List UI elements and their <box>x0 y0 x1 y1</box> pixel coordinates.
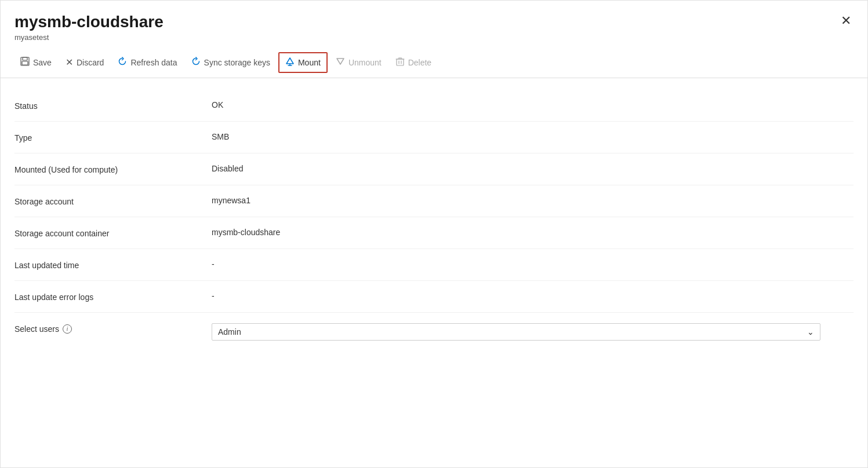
select-users-value: Admin <box>218 327 241 337</box>
field-label-type: Type <box>14 132 212 142</box>
page-title: mysmb-cloudshare <box>14 12 854 32</box>
field-value-mounted: Disabled <box>212 164 854 173</box>
field-row-mounted: Mounted (Used for compute) Disabled <box>14 153 854 185</box>
mount-button[interactable]: Mount <box>278 52 328 73</box>
mount-icon <box>285 57 295 68</box>
panel: mysmb-cloudshare myasetest ✕ Save ✕ Disc… <box>0 0 868 468</box>
field-value-type: SMB <box>212 132 854 141</box>
refresh-label: Refresh data <box>130 58 177 67</box>
save-button[interactable]: Save <box>14 53 57 72</box>
field-row-last-updated: Last updated time - <box>14 249 854 281</box>
field-label-error-logs: Last update error logs <box>14 291 212 302</box>
field-row-storage-account: Storage account mynewsa1 <box>14 185 854 217</box>
select-users-dropdown[interactable]: Admin ⌄ <box>212 323 820 341</box>
svg-rect-1 <box>23 57 27 60</box>
field-value-last-updated: - <box>212 259 854 269</box>
save-label: Save <box>33 58 52 67</box>
discard-button[interactable]: ✕ Discard <box>60 53 110 71</box>
toolbar: Save ✕ Discard Refresh data <box>1 47 867 78</box>
svg-marker-3 <box>286 58 293 64</box>
svg-rect-2 <box>22 61 28 65</box>
page-subtitle: myasetest <box>14 33 854 42</box>
field-label-select-users: Select users i <box>14 323 212 334</box>
field-label-status: Status <box>14 100 212 111</box>
field-row-type: Type SMB <box>14 122 854 153</box>
unmount-label: Unmount <box>348 58 382 67</box>
mount-label: Mount <box>298 58 321 67</box>
svg-rect-7 <box>397 59 404 65</box>
sync-label: Sync storage keys <box>204 58 270 67</box>
unmount-icon <box>336 57 345 68</box>
close-button[interactable]: ✕ <box>838 12 854 30</box>
svg-marker-6 <box>337 58 344 64</box>
field-label-container: Storage account container <box>14 228 212 238</box>
panel-header: mysmb-cloudshare myasetest ✕ <box>1 1 867 47</box>
field-row-select-users: Select users i Admin ⌄ <box>14 313 854 351</box>
field-label-last-updated: Last updated time <box>14 259 212 270</box>
field-value-storage-account: mynewsa1 <box>212 196 854 205</box>
field-value-status: OK <box>212 100 854 109</box>
field-value-container: mysmb-cloudshare <box>212 228 854 237</box>
delete-button[interactable]: Delete <box>390 53 437 72</box>
field-row-container: Storage account container mysmb-cloudsha… <box>14 217 854 249</box>
field-label-storage-account: Storage account <box>14 196 212 206</box>
delete-label: Delete <box>408 58 431 67</box>
discard-label: Discard <box>77 58 104 67</box>
delete-icon <box>395 57 405 68</box>
select-users-text: Select users <box>14 324 59 334</box>
sync-icon <box>191 57 201 68</box>
refresh-button[interactable]: Refresh data <box>112 53 183 72</box>
field-value-select-users: Admin ⌄ <box>212 323 854 341</box>
save-icon <box>20 57 30 68</box>
field-label-mounted: Mounted (Used for compute) <box>14 164 212 174</box>
refresh-icon <box>118 57 127 68</box>
info-icon[interactable]: i <box>63 324 72 334</box>
sync-button[interactable]: Sync storage keys <box>186 53 276 72</box>
field-row-error-logs: Last update error logs - <box>14 281 854 313</box>
unmount-button[interactable]: Unmount <box>330 53 387 72</box>
field-value-error-logs: - <box>212 291 854 301</box>
field-row-status: Status OK <box>14 90 854 122</box>
content-area: Status OK Type SMB Mounted (Used for com… <box>1 78 867 363</box>
chevron-down-icon: ⌄ <box>807 327 814 337</box>
discard-icon: ✕ <box>66 57 73 68</box>
